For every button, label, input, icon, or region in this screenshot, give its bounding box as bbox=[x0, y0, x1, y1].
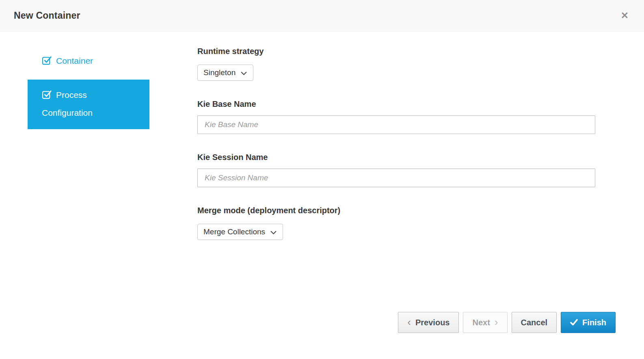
wizard-steps-sidebar: Container Process Configuration bbox=[28, 52, 149, 129]
kie-session-name-label: Kie Session Name bbox=[197, 151, 595, 163]
next-button-label: Next bbox=[472, 318, 490, 327]
runtime-strategy-select[interactable]: Singleton bbox=[197, 65, 253, 81]
check-square-icon bbox=[42, 54, 52, 71]
angle-left-icon: ‹ bbox=[407, 317, 411, 327]
runtime-strategy-group: Runtime strategy Singleton bbox=[197, 45, 595, 81]
next-button[interactable]: Next › bbox=[463, 312, 507, 333]
merge-mode-label: Merge mode (deployment descriptor) bbox=[197, 205, 595, 216]
process-configuration-form: Runtime strategy Singleton Kie Base Name… bbox=[197, 45, 595, 257]
previous-button-label: Previous bbox=[415, 318, 450, 327]
angle-right-icon: › bbox=[495, 317, 498, 327]
page-title: New Container bbox=[14, 10, 80, 21]
wizard-footer: ‹ Previous Next › Cancel Finish bbox=[398, 312, 616, 333]
finish-button[interactable]: Finish bbox=[561, 312, 616, 333]
merge-mode-select[interactable]: Merge Collections bbox=[197, 224, 283, 240]
previous-button[interactable]: ‹ Previous bbox=[398, 312, 459, 333]
step-label: Container bbox=[56, 56, 93, 65]
kie-base-name-label: Kie Base Name bbox=[197, 98, 595, 110]
step-container[interactable]: Container bbox=[28, 52, 149, 71]
chevron-down-icon bbox=[270, 228, 277, 237]
finish-button-label: Finish bbox=[582, 318, 606, 327]
chevron-down-icon bbox=[241, 69, 247, 78]
kie-session-name-group: Kie Session Name bbox=[197, 151, 595, 187]
runtime-strategy-value: Singleton bbox=[203, 68, 236, 77]
cancel-button[interactable]: Cancel bbox=[512, 312, 557, 333]
modal-header: New Container ✕ bbox=[0, 0, 644, 32]
runtime-strategy-label: Runtime strategy bbox=[197, 45, 595, 57]
kie-base-name-input[interactable] bbox=[197, 115, 595, 134]
kie-session-name-input[interactable] bbox=[197, 169, 595, 187]
step-process-configuration[interactable]: Process Configuration bbox=[28, 80, 149, 129]
kie-base-name-group: Kie Base Name bbox=[197, 98, 595, 134]
merge-mode-group: Merge mode (deployment descriptor) Merge… bbox=[197, 205, 595, 240]
check-square-icon bbox=[42, 89, 52, 105]
merge-mode-value: Merge Collections bbox=[203, 227, 265, 236]
check-icon bbox=[570, 319, 578, 327]
cancel-button-label: Cancel bbox=[521, 318, 548, 327]
close-icon[interactable]: ✕ bbox=[619, 9, 630, 22]
